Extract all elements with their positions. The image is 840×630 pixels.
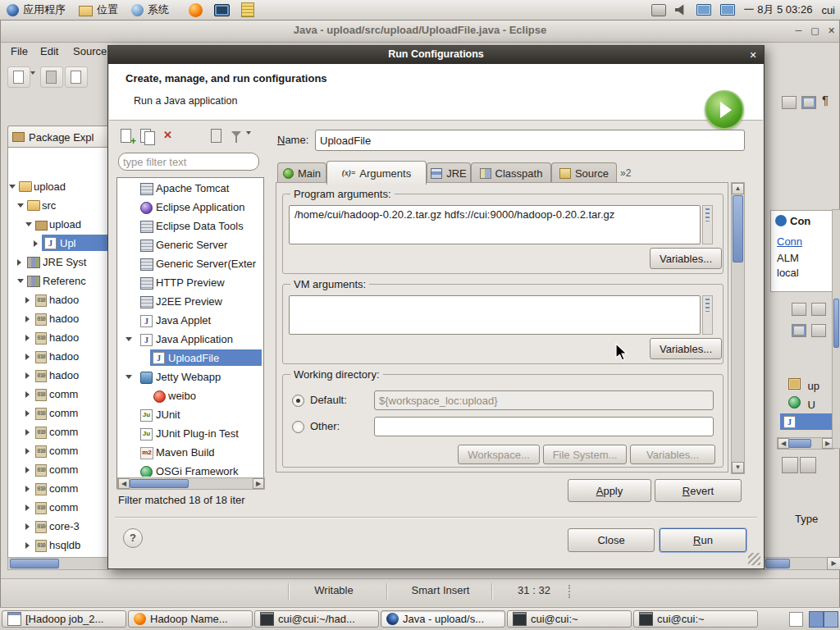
volume-icon[interactable] [675, 4, 687, 16]
config-type-http-preview[interactable]: HTTP Preview [117, 274, 263, 293]
new-wizard-dropdown-icon[interactable] [30, 75, 35, 89]
twisty-open-icon[interactable] [17, 203, 24, 208]
twisty-closed-icon[interactable] [25, 467, 30, 473]
filter-launch-configs-icon[interactable] [230, 128, 246, 144]
menu-source[interactable]: Source [73, 45, 107, 57]
minimize-button[interactable]: ─ [792, 24, 806, 38]
twisty-closed-icon[interactable] [25, 429, 30, 436]
tab-jre[interactable]: JRE [427, 162, 471, 184]
other-radio[interactable] [292, 421, 304, 433]
config-type-maven-build[interactable]: Maven Build [117, 444, 263, 463]
twisty-closed-icon[interactable] [25, 410, 30, 417]
twisty-closed-icon[interactable] [25, 297, 30, 304]
twisty-open-icon[interactable] [17, 279, 24, 283]
tree-item-jar[interactable]: comm [7, 499, 107, 518]
other-directory-field[interactable] [374, 417, 714, 436]
tree-item-jar[interactable]: hadoo [7, 329, 107, 348]
outline-toolbar-icon-2[interactable] [811, 303, 826, 316]
config-type-eclipse-data-tools[interactable]: Eclipse Data Tools [117, 217, 263, 236]
scrollbar-thumb[interactable] [788, 439, 811, 448]
vm-arguments-textarea[interactable] [289, 295, 701, 335]
taskbar-item-hadoop-name[interactable]: Hadoop Name... [128, 610, 253, 628]
config-type-apache-tomcat[interactable]: Apache Tomcat [117, 180, 263, 199]
taskbar-item-terminal-1[interactable]: cui@cui:~/had... [254, 610, 379, 628]
config-uploadfile[interactable]: UploadFile [117, 349, 263, 368]
workspace-button[interactable]: Workspace... [458, 445, 540, 464]
program-variables-button[interactable]: Variables... [650, 248, 722, 269]
tree-item-jar[interactable]: hadoo [7, 310, 107, 329]
scroll-up-icon[interactable]: ▲ [732, 183, 744, 194]
display-status-icon[interactable] [696, 4, 711, 16]
display-launcher-icon[interactable] [214, 4, 230, 16]
toolbar-right-icon-2[interactable] [801, 96, 816, 109]
program-arguments-textarea[interactable]: /home/cui/hadoop-0.20.2.tar.gz hdfs://cu… [289, 205, 701, 244]
close-button[interactable]: ✕ [824, 24, 838, 38]
delete-configuration-icon[interactable]: ✕ [161, 128, 177, 144]
eclipse-titlebar[interactable]: Java - upload/src/upload/UploadFile.java… [1, 21, 839, 43]
scrollbar-thumb[interactable] [733, 195, 743, 262]
toolbar-right-icon-1[interactable] [782, 96, 797, 109]
dialog-close-icon[interactable]: ✕ [746, 48, 760, 62]
tree-item-uploadfile-java[interactable]: Upl [7, 235, 107, 253]
twisty-closed-icon[interactable] [25, 542, 30, 549]
config-type-java-applet[interactable]: Java Applet [117, 312, 263, 331]
clock[interactable]: 一 8月 5 03:26 [744, 2, 813, 17]
config-type-java-application[interactable]: Java Application [117, 331, 263, 349]
textarea-scroll-marker[interactable] [702, 205, 713, 244]
tree-item-upload-project[interactable]: upload [7, 178, 107, 197]
panel-button-2[interactable] [800, 457, 816, 473]
twisty-closed-icon[interactable] [25, 372, 30, 379]
scrollbar-thumb[interactable] [10, 559, 59, 568]
tab-overflow-chevron[interactable]: »2 [620, 167, 631, 179]
panel-button-1[interactable] [782, 457, 798, 473]
tab-classpath[interactable]: Classpath [471, 162, 551, 184]
twisty-closed-icon[interactable] [25, 354, 30, 360]
revert-button[interactable]: Revert [655, 479, 742, 502]
config-weibo[interactable]: weibo [117, 387, 263, 406]
scroll-down-icon[interactable]: ▼ [732, 462, 744, 473]
configurations-hscrollbar[interactable]: ◀ ▶ [117, 477, 265, 490]
config-type-generic-server-external[interactable]: Generic Server(Exter [117, 255, 263, 274]
firefox-launcher-icon[interactable] [189, 3, 203, 17]
tab-arguments[interactable]: (x)= Arguments [326, 161, 427, 185]
save-icon[interactable] [40, 66, 63, 88]
help-button[interactable]: ? [123, 528, 143, 548]
twisty-closed-icon[interactable] [25, 316, 30, 322]
taskbar-item-hadoop-job[interactable]: [Hadoop job_2... [2, 610, 126, 628]
resize-grip[interactable] [748, 553, 760, 565]
tree-item-jar[interactable]: comm [7, 404, 107, 423]
tree-item-jar[interactable]: hadoo [7, 348, 107, 367]
show-desktop-button[interactable] [789, 612, 803, 627]
outline-item-up[interactable]: up [788, 378, 819, 393]
outline-toolbar-icon-4[interactable] [811, 324, 826, 337]
tree-item-jar[interactable]: hadoo [7, 291, 107, 310]
package-explorer-hscrollbar[interactable] [7, 557, 108, 570]
tab-source[interactable]: Source [551, 162, 617, 184]
notes-launcher-icon[interactable] [241, 2, 254, 17]
outline-toolbar-icon-3[interactable] [792, 324, 806, 337]
dialog-titlebar[interactable]: Run Configurations ✕ [108, 46, 764, 64]
taskbar-item-terminal-3[interactable]: cui@cui:~ [633, 610, 758, 628]
twisty-closed-icon[interactable] [25, 391, 30, 398]
tree-item-jar[interactable]: comm [7, 461, 107, 480]
twisty-closed-icon[interactable] [25, 523, 30, 530]
scrollbar-thumb[interactable] [130, 479, 189, 488]
bottom-right-hscrollbar[interactable] [764, 557, 828, 570]
config-type-eclipse-application[interactable]: Eclipse Application [117, 199, 263, 217]
name-input[interactable] [315, 130, 745, 151]
menu-edit[interactable]: Edit [40, 45, 58, 57]
scroll-right-icon[interactable]: ▶ [827, 557, 840, 570]
scroll-left-icon[interactable]: ◀ [118, 478, 130, 489]
twisty-closed-icon[interactable] [25, 335, 30, 341]
twisty-open-icon[interactable] [126, 375, 132, 379]
tree-item-jar[interactable]: comm [7, 386, 107, 404]
right-panel-vscrollbar[interactable] [832, 209, 840, 449]
menu-applications[interactable]: 应用程序 [0, 0, 72, 20]
outline-toolbar-icon-1[interactable] [792, 303, 806, 316]
tab-main[interactable]: Main [277, 162, 326, 184]
taskbar-item-eclipse[interactable]: Java - upload/s... [381, 610, 505, 628]
twisty-closed-icon[interactable] [34, 240, 38, 247]
tab-content-vscrollbar[interactable]: ▲ ▼ [731, 182, 745, 474]
outline-item-u[interactable]: U [788, 396, 815, 412]
twisty-closed-icon[interactable] [25, 448, 30, 454]
